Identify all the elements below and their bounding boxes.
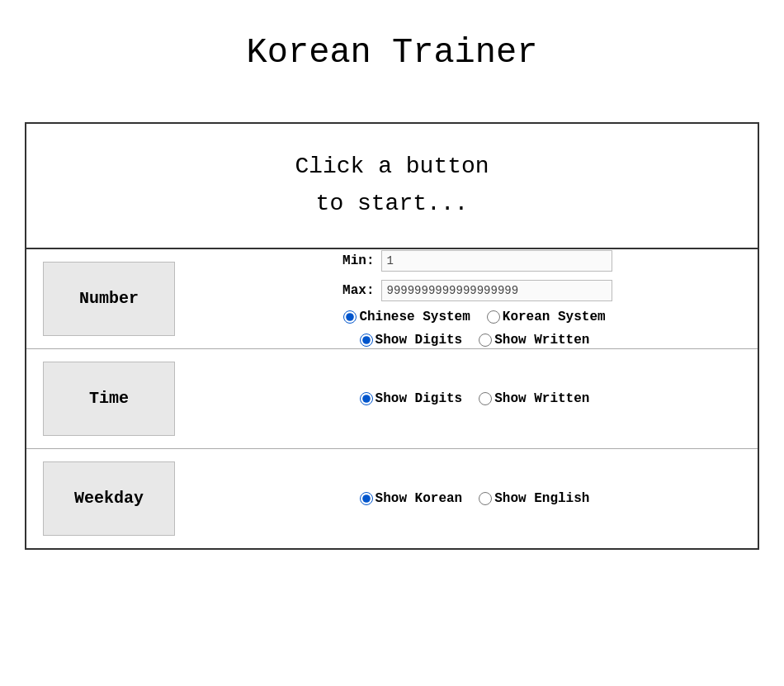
min-input-row: Min: — [338, 250, 612, 272]
max-input[interactable] — [381, 280, 612, 301]
display-line1: Click a button — [43, 149, 741, 186]
time-button[interactable]: Time — [43, 362, 175, 436]
number-controls: Min: Max: Chinese System Korean System — [191, 250, 758, 348]
korean-system-label: Korean System — [503, 310, 606, 324]
weekday-show-english-option[interactable]: Show English — [479, 491, 589, 506]
weekday-button[interactable]: Weekday — [43, 461, 175, 536]
max-input-row: Max: — [338, 280, 612, 301]
time-show-written-radio[interactable] — [479, 392, 492, 405]
number-show-digits-option[interactable]: Show Digits — [360, 333, 463, 348]
number-show-written-radio[interactable] — [479, 334, 492, 347]
number-button[interactable]: Number — [43, 262, 175, 336]
chinese-system-option[interactable]: Chinese System — [343, 310, 470, 324]
time-section-row: Time Show Digits Show Written — [26, 349, 758, 449]
page-title: Korean Trainer — [0, 0, 784, 122]
weekday-controls: Show Korean Show English — [191, 491, 758, 506]
number-system-radio-group: Chinese System Korean System — [191, 310, 758, 324]
weekday-display-radio-group: Show Korean Show English — [191, 491, 758, 506]
number-display-radio-group: Show Digits Show Written — [191, 333, 758, 348]
time-show-digits-option[interactable]: Show Digits — [360, 391, 463, 406]
number-section-row: Number Min: Max: Chinese System Korean S… — [26, 249, 758, 349]
number-show-written-option[interactable]: Show Written — [479, 333, 589, 348]
korean-system-radio[interactable] — [487, 310, 500, 324]
display-box: Click a button to start... — [26, 124, 758, 249]
weekday-show-korean-radio[interactable] — [360, 492, 373, 505]
time-show-digits-radio[interactable] — [360, 392, 373, 405]
max-label: Max: — [338, 283, 375, 298]
weekday-show-korean-label: Show Korean — [375, 491, 463, 506]
min-input[interactable] — [381, 250, 612, 272]
min-label: Min: — [338, 253, 375, 268]
time-controls: Show Digits Show Written — [191, 391, 758, 406]
weekday-show-english-radio[interactable] — [479, 492, 492, 505]
number-show-digits-radio[interactable] — [360, 334, 373, 347]
number-show-written-label: Show Written — [494, 333, 589, 348]
chinese-system-label: Chinese System — [359, 310, 470, 324]
weekday-section-row: Weekday Show Korean Show English — [26, 449, 758, 548]
number-show-digits-label: Show Digits — [375, 333, 463, 348]
chinese-system-radio[interactable] — [343, 310, 357, 324]
time-show-written-label: Show Written — [494, 391, 589, 406]
time-display-radio-group: Show Digits Show Written — [191, 391, 758, 406]
display-line2: to start... — [43, 186, 741, 223]
weekday-show-english-label: Show English — [494, 491, 589, 506]
time-show-written-option[interactable]: Show Written — [479, 391, 589, 406]
time-show-digits-label: Show Digits — [375, 391, 463, 406]
main-container: Click a button to start... Number Min: M… — [25, 122, 759, 550]
weekday-show-korean-option[interactable]: Show Korean — [360, 491, 463, 506]
korean-system-option[interactable]: Korean System — [487, 310, 606, 324]
